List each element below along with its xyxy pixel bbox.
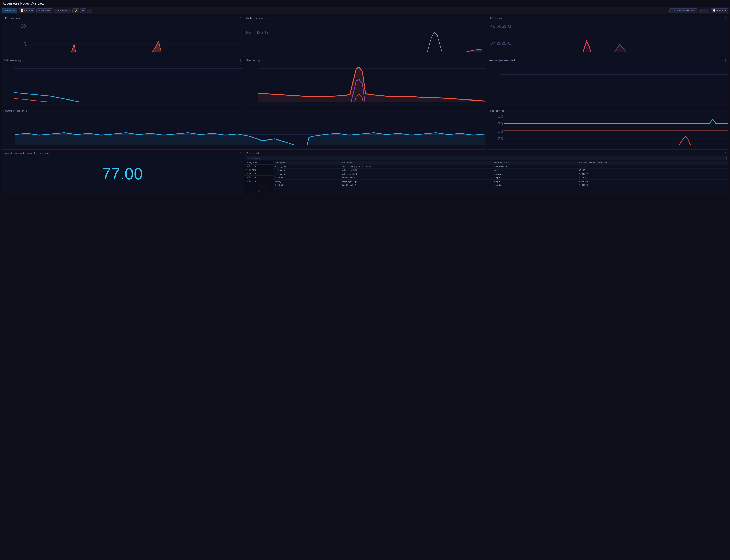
- working-set-title: Working set memory: [245, 16, 269, 20]
- panel-working-set: Working set memory ⋮ 93.1323 G 46.5661 G: [244, 16, 485, 57]
- panel-menu-nbr[interactable]: ⋮: [482, 110, 484, 112]
- chevron-down-icon: ▾: [725, 9, 726, 12]
- available-memory-chart: [14, 62, 243, 102]
- toolbar-right: ↻ Enable Auto Refresh ↑ UTC 🕐 Past 2d ▾: [669, 8, 728, 13]
- svg-text:28: 28: [498, 128, 503, 134]
- theme-toggle[interactable]: 🌙: [72, 8, 79, 13]
- node-network-visual: [247, 184, 271, 194]
- panel-menu-cpu[interactable]: ⋮: [239, 17, 242, 20]
- list-item[interactable]: node_name: [245, 161, 273, 165]
- cpu-cores-title: CPU cores in use: [2, 16, 23, 20]
- panel-net-bytes-tx: Network bytes transmitted ⋮: [487, 58, 728, 107]
- svg-text:93.1323 G: 93.1323 G: [246, 30, 269, 35]
- available-memory-title: Available memory: [2, 58, 23, 62]
- svg-text:32: 32: [498, 113, 503, 119]
- panel-rss-memory: RSS memory ⋮ 46.5661 G 37.2529 G 27.9397…: [487, 16, 728, 57]
- svg-text:30: 30: [498, 121, 503, 126]
- page-title: Kubernetes Nodes Overview: [2, 2, 44, 5]
- svg-text:26: 26: [498, 136, 503, 141]
- cell-pod-name: pullsecrets-bkr86: [340, 172, 492, 176]
- table-filter-input[interactable]: [246, 156, 727, 160]
- net-bytes-tx-title: Network bytes transmitted: [487, 58, 516, 62]
- add-note-button[interactable]: 📝 Add Note: [19, 8, 35, 13]
- panel-menu-nbtx[interactable]: ⋮: [724, 59, 727, 62]
- cell-namespace: fluent-bit: [273, 183, 340, 187]
- panel-cpu-cores: CPU cores in use ⋮ 20 15 10: [2, 16, 243, 57]
- col-header-container-name[interactable]: container_name: [492, 161, 577, 165]
- cell-cpu-seconds: 7,483,200: [577, 183, 728, 187]
- panel-menu-cn[interactable]: ⋮: [239, 152, 242, 155]
- list-item[interactable]: node_nam...: [245, 179, 273, 183]
- panel-menu-rss[interactable]: ⋮: [724, 17, 727, 20]
- rss-memory-chart: 46.5661 G 37.2529 G 27.9397 G 18.6265 G …: [487, 20, 728, 52]
- refresh-button[interactable]: ↻ Enable Auto Refresh: [669, 8, 697, 13]
- panel-net-bytes-recv: Network bytes received ⋮: [2, 109, 486, 150]
- svg-marker-26: [514, 41, 725, 52]
- plus-icon: ＋: [4, 9, 6, 12]
- cell-container-name: pullsecrets: [492, 169, 577, 172]
- table-row[interactable]: fluent-bit fluent-bit-dnkv7 fluent-bit 7…: [273, 183, 728, 187]
- count-nodes-title: Count of unique nodes during this time p…: [2, 151, 51, 155]
- refresh-icon: ↻: [672, 9, 673, 12]
- used-memory-title: Used memory: [245, 58, 262, 62]
- svg-marker-15: [272, 49, 482, 52]
- timezone-selector[interactable]: ↑ UTC: [699, 9, 709, 13]
- pods-on-nodes-title: Pods on nodes: [245, 151, 263, 155]
- cell-cpu-seconds: -3,777,491,731: [577, 165, 728, 169]
- used-memory-chart: [258, 62, 485, 102]
- table-row[interactable]: pullsecrets pullsecrets-bkr86 pullsecret…: [273, 169, 728, 172]
- net-bytes-tx-chart: [500, 62, 728, 102]
- panel-menu-ws[interactable]: ⋮: [482, 17, 484, 20]
- page-header: Kubernetes Nodes Overview: [0, 0, 730, 7]
- timerange-selector[interactable]: 🕐 Past 2d ▾: [711, 8, 728, 13]
- table-row[interactable]: kube-system kube-apiserver-ip-10-153-10-…: [273, 165, 728, 169]
- panel-used-memory: Used memory ⋮: [244, 58, 485, 107]
- clock-icon: 🕐: [713, 9, 716, 12]
- count-nodes-value: 77.00: [2, 155, 243, 193]
- rss-memory-title: RSS memory: [487, 16, 504, 20]
- svg-text:15: 15: [21, 42, 26, 47]
- net-bytes-recv-chart: [15, 113, 485, 145]
- panel-menu-am[interactable]: ⋮: [239, 59, 242, 62]
- panel-menu-pon[interactable]: ⋮: [724, 152, 727, 155]
- panel-count-nodes: Count of unique nodes during this time p…: [2, 151, 243, 194]
- table-row[interactable]: pullsecrets pullsecrets-bkr86 vault-agen…: [273, 172, 728, 176]
- pods-per-node-chart: 32 30 28 26 24 22 20 18 16 14 12 10 8: [492, 113, 728, 145]
- list-item[interactable]: node_nam...: [245, 168, 273, 172]
- svg-text:37.2529 G: 37.2529 G: [490, 41, 511, 46]
- toolbar-left: ＋ Add Cell 📝 Add Note ⚙ Variables ↑ Anno…: [2, 8, 92, 13]
- panel-pods-per-node: Pods Per Node ⋮ 32 30 28 26: [487, 109, 728, 150]
- cell-pod-name: fluent-bit-dnkv7: [340, 183, 492, 187]
- panel-menu-ppn[interactable]: ⋮: [724, 110, 727, 112]
- list-item[interactable]: node_nam...: [245, 176, 273, 179]
- pods-per-node-title: Pods Per Node: [487, 109, 506, 112]
- svg-marker-9: [29, 41, 240, 52]
- cell-namespace: pullsecrets: [273, 172, 340, 176]
- settings-button[interactable]: ⚙: [80, 8, 86, 13]
- cpu-cores-chart: 20 15 10 5: [2, 20, 243, 52]
- panel-pods-on-nodes: Pods on nodes ⋮ node_name node_nam... no…: [244, 151, 728, 194]
- table-row[interactable]: fluent-bit fluent-bit-dnkv7 telegraf 2,3…: [273, 176, 728, 180]
- toolbar: ＋ Add Cell 📝 Add Note ⚙ Variables ↑ Anno…: [0, 7, 730, 14]
- net-bytes-recv-title: Network bytes received: [2, 109, 29, 112]
- svg-line-83: [259, 189, 265, 191]
- panel-menu-um[interactable]: ⋮: [482, 59, 484, 62]
- working-set-chart: 93.1323 G 46.5661 G: [245, 20, 485, 52]
- note-icon: 📝: [21, 9, 23, 12]
- variables-button[interactable]: ⚙ Variables: [37, 8, 52, 13]
- col-header-cpu-seconds[interactable]: cpu core-seconds during inte...: [577, 161, 728, 165]
- cell-cpu-seconds: 89,235: [577, 169, 728, 172]
- add-cell-button[interactable]: ＋ Add Cell: [2, 8, 17, 13]
- cell-pod-name: jaeger-agent-rq68t: [340, 180, 492, 183]
- col-header-pod-name[interactable]: pod_name: [340, 161, 492, 165]
- cell-container-name: kube-apiserver: [492, 165, 577, 169]
- annotations-button[interactable]: ↑ Annotations: [54, 9, 71, 13]
- cell-cpu-seconds: 5,366,760: [577, 180, 728, 183]
- list-item[interactable]: node_nam...: [245, 172, 273, 176]
- col-header-namespace[interactable]: namespace: [273, 161, 340, 165]
- svg-point-75: [250, 185, 268, 194]
- help-button[interactable]: ?: [87, 9, 92, 13]
- list-item[interactable]: node_nam...: [245, 165, 273, 168]
- table-row[interactable]: tracing jaeger-agent-rq68t telegraf 5,36…: [273, 180, 728, 183]
- pods-data-table: namespace pod_name container_name cpu co…: [273, 161, 728, 194]
